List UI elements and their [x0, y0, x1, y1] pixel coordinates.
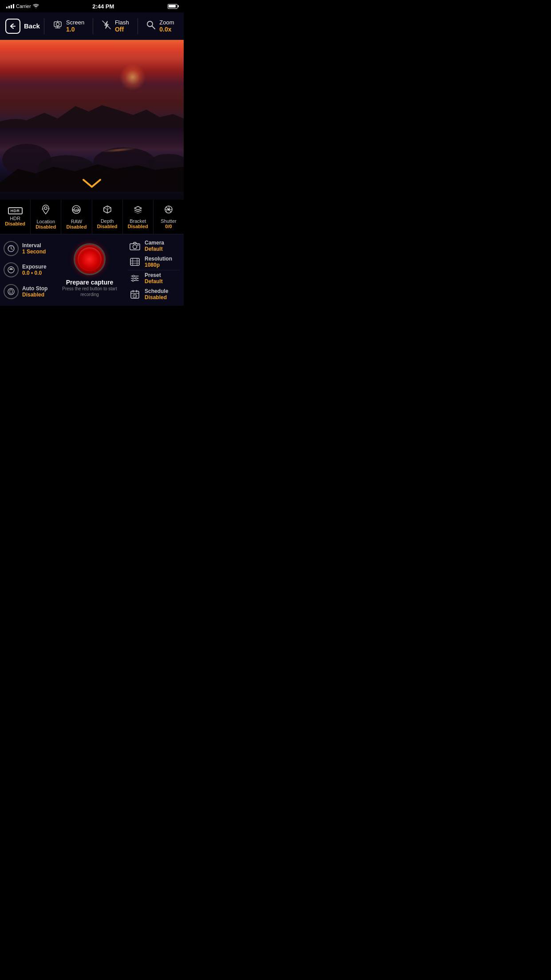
top-toolbar: Back Screen 1.0 [0, 12, 184, 40]
feature-shutter[interactable]: Shutter 0/0 [153, 200, 184, 234]
feature-location[interactable]: Location Disabled [31, 200, 61, 234]
screen-text: Screen 1.0 [66, 19, 84, 33]
preset-control[interactable]: Preset Default [126, 270, 182, 286]
interval-label: Interval [22, 242, 46, 249]
capture-title: Prepare capture [57, 279, 122, 286]
flash-icon [102, 20, 111, 32]
svg-point-41 [133, 245, 137, 249]
feature-raw[interactable]: RAW RAW Disabled [61, 200, 92, 234]
back-icon [5, 19, 20, 34]
chevron-down-indicator[interactable] [82, 177, 102, 192]
wifi-icon [33, 4, 39, 8]
screen-value: 1.0 [66, 26, 84, 33]
status-left: Carrier [6, 4, 39, 9]
mountain-silhouette [0, 97, 184, 133]
shutter-icon [164, 205, 173, 217]
flash-control[interactable]: Flash Off [102, 19, 129, 33]
auto-stop-icon [4, 284, 19, 299]
svg-point-52 [135, 277, 137, 279]
zoom-control[interactable]: Zoom 0.0x [146, 19, 174, 33]
back-button[interactable]: Back [5, 19, 40, 34]
camera-control[interactable]: Camera Default [126, 238, 182, 254]
auto-stop-text: Auto Stop Disabled [22, 285, 47, 298]
auto-stop-value: Disabled [22, 292, 47, 298]
preset-text: Preset Default [145, 272, 163, 285]
shutter-label: Shutter [161, 218, 176, 224]
schedule-control[interactable]: Schedule Disabled [126, 286, 182, 302]
screen-control[interactable]: Screen 1.0 [53, 19, 84, 33]
raw-icon: RAW [71, 204, 82, 217]
svg-rect-54 [131, 291, 139, 298]
sun-glow [119, 64, 146, 91]
status-right [168, 4, 177, 9]
toolbar-items: Screen 1.0 Flash Off [40, 18, 178, 34]
schedule-value: Disabled [145, 294, 168, 300]
svg-line-29 [166, 209, 167, 212]
svg-line-7 [152, 26, 155, 29]
camera-label: Camera [145, 240, 164, 246]
hdr-label: HDR [10, 216, 20, 221]
preset-icon [128, 271, 142, 285]
bracket-value: Disabled [128, 224, 148, 229]
svg-marker-22 [104, 208, 107, 213]
schedule-label: Schedule [145, 288, 168, 294]
feature-hdr[interactable]: HDR HDR Disabled [0, 200, 31, 234]
resolution-icon [128, 255, 142, 269]
interval-value: 1 Second [22, 249, 46, 255]
svg-point-6 [147, 21, 153, 27]
raw-value: Disabled [67, 224, 87, 229]
location-value: Disabled [35, 224, 56, 229]
bottom-controls: Interval 1 Second Exposure 0.0 • 0.0 [0, 234, 184, 306]
preset-label: Preset [145, 272, 163, 278]
exposure-control[interactable]: Exposure 0.0 • 0.0 [4, 262, 50, 277]
exposure-text: Exposure 0.0 • 0.0 [22, 264, 47, 276]
zoom-icon [146, 20, 156, 32]
bracket-layers-icon [133, 205, 143, 217]
viewfinder[interactable] [0, 40, 184, 200]
feature-row: HDR HDR Disabled Location Disabled RAW R… [0, 200, 184, 234]
resolution-control[interactable]: Resolution 1080p [126, 254, 182, 270]
zoom-label: Zoom [159, 19, 174, 26]
svg-rect-38 [10, 290, 12, 293]
svg-text:RAW: RAW [73, 209, 80, 212]
camera-icon [128, 239, 142, 253]
svg-point-42 [138, 245, 139, 246]
carrier-name: Carrier [16, 4, 31, 9]
schedule-text: Schedule Disabled [145, 288, 168, 300]
flash-label: Flash [115, 19, 129, 26]
capture-button[interactable] [74, 243, 106, 275]
svg-point-32 [167, 209, 169, 211]
auto-stop-control[interactable]: Auto Stop Disabled [4, 284, 50, 299]
exposure-value: 0.0 • 0.0 [22, 270, 47, 276]
left-controls: Interval 1 Second Exposure 0.0 • 0.0 [0, 238, 53, 302]
exposure-icon [4, 262, 19, 277]
flash-text: Flash Off [115, 19, 129, 33]
flash-value: Off [115, 26, 129, 33]
depth-label: Depth [101, 218, 114, 224]
interval-control[interactable]: Interval 1 Second [4, 241, 50, 256]
location-label: Location [36, 219, 55, 224]
screen-label: Screen [66, 19, 84, 26]
zoom-text: Zoom 0.0x [159, 19, 174, 33]
battery-indicator [168, 4, 177, 9]
location-icon [41, 204, 50, 217]
resolution-value: 1080p [145, 262, 172, 268]
resolution-text: Resolution 1080p [145, 256, 172, 268]
chevron-down-icon [82, 177, 102, 190]
feature-bracket[interactable]: Bracket Disabled [123, 200, 153, 234]
center-capture: Prepare capture Press the red button to … [53, 238, 126, 302]
svg-point-14 [44, 207, 47, 209]
svg-point-1 [56, 23, 59, 26]
status-bar: Carrier 2:44 PM [0, 0, 184, 12]
depth-value: Disabled [97, 224, 118, 229]
status-time: 2:44 PM [92, 3, 114, 10]
schedule-icon [128, 287, 142, 301]
back-arrow-icon [9, 22, 17, 30]
divider-1 [44, 18, 44, 34]
shutter-value: 0/0 [165, 224, 172, 229]
exposure-label: Exposure [22, 264, 47, 270]
feature-depth[interactable]: Depth Disabled [92, 200, 123, 234]
interval-text: Interval 1 Second [22, 242, 46, 255]
svg-point-53 [132, 280, 134, 281]
hdr-badge-icon: HDR [8, 207, 23, 214]
